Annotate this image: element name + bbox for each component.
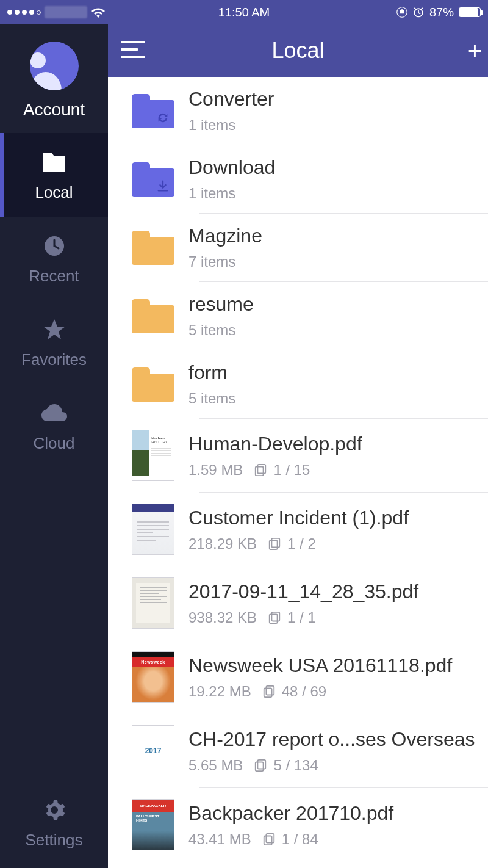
signal-dots-icon [7,10,41,15]
svg-rect-4 [256,466,264,476]
folder-item-count: 1 items [188,185,235,202]
svg-rect-8 [270,614,278,623]
status-left [7,6,106,18]
folder-icon [0,150,108,175]
folder-row[interactable]: form 5 items [108,350,488,418]
folder-row[interactable]: Converter 1 items [108,77,488,145]
folder-item-count: 1 items [188,117,235,134]
header-title: Local [271,38,324,63]
pdf-thumbnail [132,504,174,555]
main: Local + Converter 1 items Download 1 ite… [108,24,488,868]
app-header: Local + [108,24,488,77]
cloud-icon [0,401,108,425]
svg-rect-7 [272,538,280,547]
svg-marker-3 [43,319,65,339]
svg-rect-11 [266,685,274,695]
folder-row[interactable]: Download 1 items [108,145,488,213]
pdf-thumbnail: ModernHISTORY [132,430,174,481]
battery-percent: 87% [429,5,454,20]
svg-rect-15 [266,833,274,842]
status-right: 87% [396,5,481,20]
menu-icon[interactable] [121,41,145,60]
file-size: 19.22 MB [188,683,251,700]
row-title: Human-Develop.pdf [188,433,475,455]
row-title: form [188,361,475,384]
svg-rect-14 [264,836,271,845]
row-title: Converter [188,88,475,110]
file-size: 938.32 KB [188,609,257,626]
file-row[interactable]: 2017 CH-2017 report o...ses Overseas 5.6… [108,714,488,787]
folder-purple-icon [132,162,174,197]
row-title: 2017-09-11_14_28_35.pdf [188,580,475,603]
file-row[interactable]: ModernHISTORY Human-Develop.pdf 1.59 MB … [108,419,488,492]
page-count: 48 / 69 [262,683,326,700]
folder-item-count: 5 items [188,322,235,339]
row-title: Customer Incident (1).pdf [188,507,475,529]
sidebar-item-local[interactable]: Local [0,133,108,217]
file-row[interactable]: Customer Incident (1).pdf 218.29 KB 1 / … [108,493,488,566]
sidebar-item-settings[interactable]: Settings [0,781,108,868]
account-label: Account [0,100,108,120]
folder-row[interactable]: Magzine 7 items [108,214,488,281]
status-bar: 11:50 AM 87% [0,0,488,24]
row-title: Magzine [188,225,475,247]
row-title: Download [188,156,475,179]
clock-icon [0,234,108,258]
pdf-thumbnail: BACKPACKERFALL'S BESTHIKES [132,799,174,850]
row-title: CH-2017 report o...ses Overseas [188,728,475,751]
file-size: 5.65 MB [188,757,243,774]
sidebar: Account Local Recent Favorites Cloud [0,24,108,868]
page-count: 1 / 15 [254,461,310,479]
page-count: 5 / 134 [254,757,318,774]
alarm-icon [412,6,425,18]
sidebar-item-label: Settings [0,831,108,850]
status-time: 11:50 AM [218,5,270,20]
file-row[interactable]: 2017-09-11_14_28_35.pdf 938.32 KB 1 / 1 [108,566,488,640]
sidebar-item-favorites[interactable]: Favorites [0,300,108,384]
row-title: resume [188,293,475,316]
folder-orange-icon [132,299,174,333]
svg-rect-6 [270,540,278,549]
add-button[interactable]: + [468,37,482,65]
avatar-icon [30,42,79,90]
pdf-thumbnail: Newsweek [132,651,174,703]
row-title: Backpacker 201710.pdf [188,802,475,825]
svg-rect-10 [264,688,271,697]
gear-icon [0,798,108,822]
sidebar-item-cloud[interactable]: Cloud [0,384,108,468]
file-row[interactable]: BACKPACKERFALL'S BESTHIKES Backpacker 20… [108,788,488,861]
row-title: Newsweek USA 20161118.pdf [188,654,475,677]
file-size: 1.59 MB [188,461,243,479]
sidebar-item-recent[interactable]: Recent [0,217,108,300]
folder-orange-icon [132,231,174,265]
sidebar-item-label: Local [0,183,108,202]
sidebar-item-label: Favorites [0,350,108,369]
file-size: 218.29 KB [188,535,257,552]
sidebar-item-label: Recent [0,267,108,286]
file-size: 43.41 MB [188,831,251,848]
star-icon [0,317,108,342]
svg-rect-13 [258,759,266,769]
page-count: 1 / 1 [268,609,316,626]
page-count: 1 / 84 [262,831,318,848]
file-row[interactable]: Newsweek Newsweek USA 20161118.pdf 19.22… [108,640,488,714]
sidebar-item-label: Cloud [0,434,108,453]
page-count: 1 / 2 [268,535,316,552]
folder-orange-icon [132,367,174,402]
folder-purple-icon [132,94,174,128]
carrier-name-blurred [45,6,87,18]
pdf-thumbnail: 2017 [132,725,174,776]
wifi-icon [91,7,106,18]
battery-icon [459,7,481,17]
folder-item-count: 5 items [188,390,235,407]
sidebar-account[interactable]: Account [0,24,108,133]
file-list[interactable]: Converter 1 items Download 1 items Magzi… [108,77,488,868]
folder-item-count: 7 items [188,253,235,270]
orientation-lock-icon [396,7,407,18]
svg-rect-12 [256,762,264,771]
svg-rect-9 [272,612,280,621]
svg-rect-5 [258,464,266,473]
pdf-thumbnail [132,577,174,629]
folder-row[interactable]: resume 5 items [108,282,488,350]
